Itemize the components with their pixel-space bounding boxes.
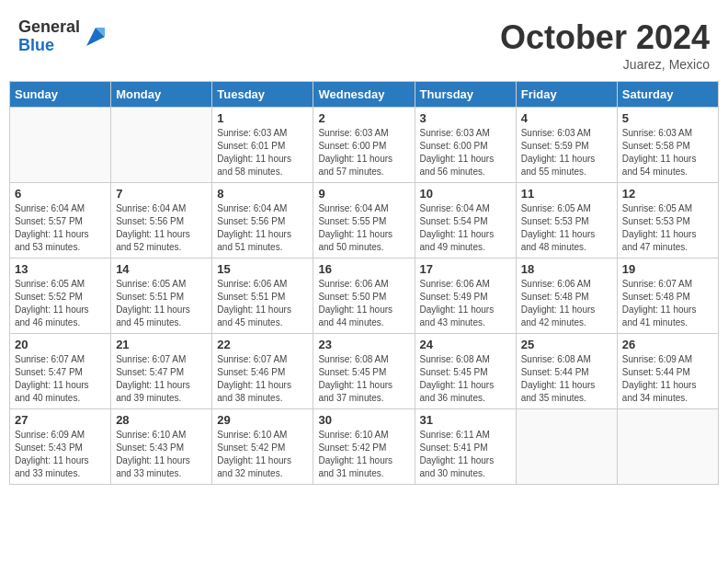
month-title: October 2024 xyxy=(500,18,710,57)
day-info: Sunrise: 6:10 AM Sunset: 5:43 PM Dayligh… xyxy=(116,429,207,480)
day-number: 17 xyxy=(420,262,511,276)
day-info: Sunrise: 6:07 AM Sunset: 5:46 PM Dayligh… xyxy=(217,353,308,405)
day-number: 24 xyxy=(420,338,511,351)
calendar-day: 11Sunrise: 6:05 AM Sunset: 5:53 PM Dayli… xyxy=(516,183,617,259)
calendar-day xyxy=(10,108,111,183)
day-number: 28 xyxy=(116,413,207,427)
calendar-week-4: 20Sunrise: 6:07 AM Sunset: 5:47 PM Dayli… xyxy=(10,334,719,409)
calendar-week-3: 13Sunrise: 6:05 AM Sunset: 5:52 PM Dayli… xyxy=(10,259,719,334)
day-info: Sunrise: 6:06 AM Sunset: 5:51 PM Dayligh… xyxy=(217,278,308,329)
calendar-day: 8Sunrise: 6:04 AM Sunset: 5:56 PM Daylig… xyxy=(212,183,313,259)
day-info: Sunrise: 6:11 AM Sunset: 5:41 PM Dayligh… xyxy=(420,429,511,480)
day-header-monday: Monday xyxy=(111,82,212,108)
calendar-week-5: 27Sunrise: 6:09 AM Sunset: 5:43 PM Dayli… xyxy=(10,409,719,485)
day-number: 16 xyxy=(318,262,409,276)
day-info: Sunrise: 6:09 AM Sunset: 5:43 PM Dayligh… xyxy=(15,429,106,480)
calendar-day: 1Sunrise: 6:03 AM Sunset: 6:01 PM Daylig… xyxy=(212,108,313,183)
logo-general: General xyxy=(18,18,80,37)
day-number: 19 xyxy=(622,262,713,276)
calendar-day: 26Sunrise: 6:09 AM Sunset: 5:44 PM Dayli… xyxy=(617,334,718,409)
day-info: Sunrise: 6:04 AM Sunset: 5:56 PM Dayligh… xyxy=(217,202,308,254)
day-info: Sunrise: 6:04 AM Sunset: 5:56 PM Dayligh… xyxy=(116,202,207,254)
day-info: Sunrise: 6:04 AM Sunset: 5:55 PM Dayligh… xyxy=(318,202,409,254)
calendar-week-2: 6Sunrise: 6:04 AM Sunset: 5:57 PM Daylig… xyxy=(10,183,719,259)
day-number: 7 xyxy=(116,187,207,201)
calendar-day: 17Sunrise: 6:06 AM Sunset: 5:49 PM Dayli… xyxy=(415,259,516,334)
day-number: 9 xyxy=(318,187,409,201)
day-number: 4 xyxy=(521,111,612,125)
day-info: Sunrise: 6:07 AM Sunset: 5:47 PM Dayligh… xyxy=(15,353,106,405)
day-number: 5 xyxy=(622,111,713,125)
day-number: 26 xyxy=(622,338,713,351)
day-header-tuesday: Tuesday xyxy=(212,82,313,108)
calendar-day: 12Sunrise: 6:05 AM Sunset: 5:53 PM Dayli… xyxy=(617,183,718,259)
calendar-week-1: 1Sunrise: 6:03 AM Sunset: 6:01 PM Daylig… xyxy=(10,108,719,183)
calendar-day: 25Sunrise: 6:08 AM Sunset: 5:44 PM Dayli… xyxy=(516,334,617,409)
calendar-day xyxy=(617,409,718,485)
day-number: 6 xyxy=(15,187,106,201)
day-number: 25 xyxy=(521,338,612,351)
day-info: Sunrise: 6:06 AM Sunset: 5:50 PM Dayligh… xyxy=(318,278,409,329)
day-number: 20 xyxy=(15,338,106,351)
calendar-day: 15Sunrise: 6:06 AM Sunset: 5:51 PM Dayli… xyxy=(212,259,313,334)
calendar-day: 28Sunrise: 6:10 AM Sunset: 5:43 PM Dayli… xyxy=(111,409,212,485)
day-number: 14 xyxy=(116,262,207,276)
calendar-day: 29Sunrise: 6:10 AM Sunset: 5:42 PM Dayli… xyxy=(212,409,313,485)
day-number: 29 xyxy=(217,413,308,427)
day-number: 8 xyxy=(217,187,308,201)
day-info: Sunrise: 6:03 AM Sunset: 5:59 PM Dayligh… xyxy=(521,127,612,178)
day-info: Sunrise: 6:05 AM Sunset: 5:52 PM Dayligh… xyxy=(15,278,106,329)
day-info: Sunrise: 6:03 AM Sunset: 6:00 PM Dayligh… xyxy=(318,127,409,178)
calendar-day: 19Sunrise: 6:07 AM Sunset: 5:48 PM Dayli… xyxy=(617,259,718,334)
header-row: SundayMondayTuesdayWednesdayThursdayFrid… xyxy=(10,82,719,108)
day-info: Sunrise: 6:03 AM Sunset: 5:58 PM Dayligh… xyxy=(622,127,713,178)
day-info: Sunrise: 6:07 AM Sunset: 5:47 PM Dayligh… xyxy=(116,353,207,405)
day-info: Sunrise: 6:05 AM Sunset: 5:51 PM Dayligh… xyxy=(116,278,207,329)
logo-blue: Blue xyxy=(18,37,80,55)
day-info: Sunrise: 6:08 AM Sunset: 5:45 PM Dayligh… xyxy=(318,353,409,405)
day-header-sunday: Sunday xyxy=(10,82,111,108)
calendar-day: 18Sunrise: 6:06 AM Sunset: 5:48 PM Dayli… xyxy=(516,259,617,334)
day-info: Sunrise: 6:10 AM Sunset: 5:42 PM Dayligh… xyxy=(318,429,409,480)
calendar-day: 9Sunrise: 6:04 AM Sunset: 5:55 PM Daylig… xyxy=(313,183,415,259)
day-number: 27 xyxy=(15,413,106,427)
title-section: October 2024 Juarez, Mexico xyxy=(500,18,710,72)
calendar-day: 27Sunrise: 6:09 AM Sunset: 5:43 PM Dayli… xyxy=(10,409,111,485)
day-number: 2 xyxy=(318,111,409,125)
calendar-day: 30Sunrise: 6:10 AM Sunset: 5:42 PM Dayli… xyxy=(313,409,415,485)
day-info: Sunrise: 6:05 AM Sunset: 5:53 PM Dayligh… xyxy=(521,202,612,254)
calendar-day: 22Sunrise: 6:07 AM Sunset: 5:46 PM Dayli… xyxy=(212,334,313,409)
calendar-day: 2Sunrise: 6:03 AM Sunset: 6:00 PM Daylig… xyxy=(313,108,415,183)
day-info: Sunrise: 6:08 AM Sunset: 5:44 PM Dayligh… xyxy=(521,353,612,405)
calendar-day: 14Sunrise: 6:05 AM Sunset: 5:51 PM Dayli… xyxy=(111,259,212,334)
logo: General Blue xyxy=(18,18,109,55)
day-number: 3 xyxy=(420,111,511,125)
calendar-day: 10Sunrise: 6:04 AM Sunset: 5:54 PM Dayli… xyxy=(415,183,516,259)
calendar-day xyxy=(111,108,212,183)
day-header-wednesday: Wednesday xyxy=(313,82,415,108)
calendar-day: 23Sunrise: 6:08 AM Sunset: 5:45 PM Dayli… xyxy=(313,334,415,409)
calendar-day: 7Sunrise: 6:04 AM Sunset: 5:56 PM Daylig… xyxy=(111,183,212,259)
day-header-friday: Friday xyxy=(516,82,617,108)
logo-icon xyxy=(82,23,109,51)
day-number: 12 xyxy=(622,187,713,201)
day-number: 21 xyxy=(116,338,207,351)
day-info: Sunrise: 6:03 AM Sunset: 6:00 PM Dayligh… xyxy=(420,127,511,178)
day-header-saturday: Saturday xyxy=(617,82,718,108)
day-number: 11 xyxy=(521,187,612,201)
calendar-day: 24Sunrise: 6:08 AM Sunset: 5:45 PM Dayli… xyxy=(415,334,516,409)
day-number: 23 xyxy=(318,338,409,351)
day-number: 22 xyxy=(217,338,308,351)
calendar-table: SundayMondayTuesdayWednesdayThursdayFrid… xyxy=(9,81,719,485)
day-number: 1 xyxy=(217,111,308,125)
calendar-day: 5Sunrise: 6:03 AM Sunset: 5:58 PM Daylig… xyxy=(617,108,718,183)
day-header-thursday: Thursday xyxy=(415,82,516,108)
day-number: 10 xyxy=(420,187,511,201)
day-number: 13 xyxy=(15,262,106,276)
calendar-day: 31Sunrise: 6:11 AM Sunset: 5:41 PM Dayli… xyxy=(415,409,516,485)
day-info: Sunrise: 6:10 AM Sunset: 5:42 PM Dayligh… xyxy=(217,429,308,480)
day-info: Sunrise: 6:09 AM Sunset: 5:44 PM Dayligh… xyxy=(622,353,713,405)
calendar-day: 4Sunrise: 6:03 AM Sunset: 5:59 PM Daylig… xyxy=(516,108,617,183)
day-info: Sunrise: 6:06 AM Sunset: 5:49 PM Dayligh… xyxy=(420,278,511,329)
day-info: Sunrise: 6:08 AM Sunset: 5:45 PM Dayligh… xyxy=(420,353,511,405)
